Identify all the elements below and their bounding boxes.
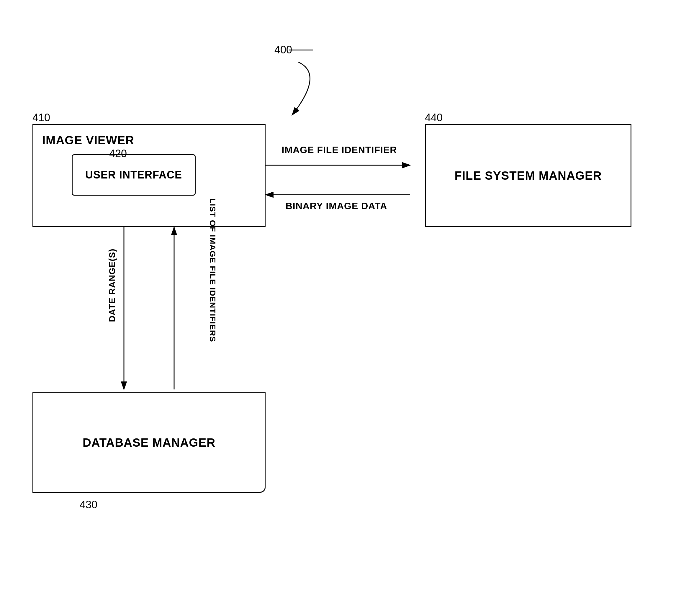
date-ranges-label: DATE RANGE(S) — [107, 235, 117, 335]
user-interface-box: USER INTERFACE — [72, 154, 196, 196]
image-viewer-label: IMAGE VIEWER — [42, 134, 134, 147]
binary-image-data-label: BINARY IMAGE DATA — [272, 201, 401, 211]
file-system-manager-box: FILE SYSTEM MANAGER — [425, 124, 631, 227]
ref-410: 410 — [32, 111, 50, 124]
user-interface-label: USER INTERFACE — [85, 169, 182, 181]
database-manager-label: DATABASE MANAGER — [83, 436, 216, 449]
ref-440: 440 — [425, 111, 443, 124]
ref-420: 420 — [109, 148, 127, 160]
list-of-image-file-identifiers-label: LIST OF IMAGE FILE IDENTIFIERS — [208, 194, 217, 347]
image-viewer-box: IMAGE VIEWER USER INTERFACE — [32, 124, 266, 227]
database-manager-box: DATABASE MANAGER — [32, 392, 266, 493]
image-file-identifier-label: IMAGE FILE IDENTIFIER — [272, 145, 407, 155]
ref-430: 430 — [80, 498, 97, 511]
file-system-manager-label: FILE SYSTEM MANAGER — [454, 169, 602, 182]
